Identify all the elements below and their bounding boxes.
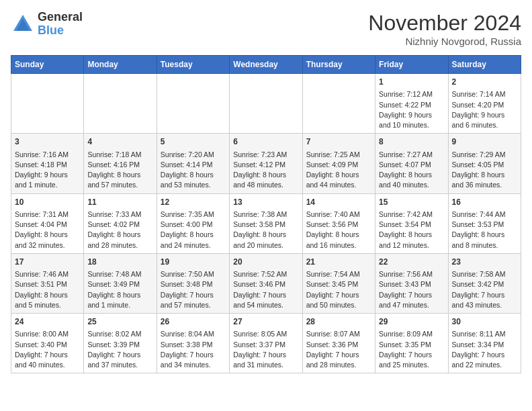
calendar-cell [11,74,84,134]
day-info: Sunrise: 8:00 AM [15,329,80,339]
day-info: Sunrise: 7:40 AM [306,210,371,220]
day-number: 29 [379,316,444,328]
day-info: Sunset: 3:40 PM [15,340,80,350]
calendar-cell: 22Sunrise: 7:56 AMSunset: 3:43 PMDayligh… [375,253,448,313]
day-info: Daylight: 8 hours and 32 minutes. [15,230,80,250]
calendar-cell: 18Sunrise: 7:48 AMSunset: 3:49 PMDayligh… [84,253,157,313]
day-info: Sunset: 4:07 PM [379,160,444,170]
day-number: 3 [15,136,80,148]
calendar-cell: 28Sunrise: 8:07 AMSunset: 3:36 PMDayligh… [302,314,375,373]
day-number: 24 [15,316,80,328]
day-info: Daylight: 8 hours and 48 minutes. [233,170,298,190]
calendar-cell [302,74,375,134]
day-info: Daylight: 8 hours and 20 minutes. [233,230,298,250]
day-info: Sunset: 4:09 PM [306,160,371,170]
day-info: Sunrise: 7:35 AM [161,210,226,220]
day-info: Daylight: 8 hours and 1 minute. [87,290,152,310]
day-info: Sunrise: 7:46 AM [15,269,80,279]
day-info: Sunset: 4:18 PM [15,160,80,170]
day-number: 30 [452,316,517,328]
day-info: Sunrise: 7:56 AM [379,269,444,279]
day-number: 6 [233,136,298,148]
day-number: 10 [15,197,80,208]
day-info: Sunset: 3:34 PM [452,340,517,350]
calendar-table: SundayMondayTuesdayWednesdayThursdayFrid… [11,55,521,373]
day-info: Sunset: 4:04 PM [15,220,80,230]
day-info: Daylight: 7 hours and 50 minutes. [306,290,371,310]
calendar-cell: 9Sunrise: 7:29 AMSunset: 4:05 PMDaylight… [448,134,521,193]
day-info: Sunrise: 7:33 AM [87,210,152,220]
day-header-wednesday: Wednesday [230,56,302,74]
day-info: Sunrise: 7:14 AM [452,89,517,99]
day-info: Sunrise: 8:02 AM [87,329,152,339]
calendar-cell [157,74,229,134]
day-info: Sunset: 3:58 PM [233,220,298,230]
calendar-cell: 16Sunrise: 7:44 AMSunset: 3:53 PMDayligh… [448,193,521,253]
day-info: Sunrise: 7:38 AM [233,210,298,220]
calendar-cell: 13Sunrise: 7:38 AMSunset: 3:58 PMDayligh… [230,193,302,253]
calendar-cell: 26Sunrise: 8:04 AMSunset: 3:38 PMDayligh… [157,314,229,373]
day-number: 13 [233,197,298,208]
day-header-saturday: Saturday [448,56,521,74]
calendar-cell: 20Sunrise: 7:52 AMSunset: 3:46 PMDayligh… [230,253,302,313]
day-info: Sunset: 3:43 PM [379,279,444,289]
logo-general-text: General [38,11,83,24]
day-info: Sunset: 3:36 PM [306,340,371,350]
day-info: Sunrise: 7:44 AM [452,210,517,220]
location: Nizhniy Novgorod, Russia [368,36,521,47]
calendar-body: 1Sunrise: 7:12 AMSunset: 4:22 PMDaylight… [11,74,521,373]
calendar-cell: 7Sunrise: 7:25 AMSunset: 4:09 PMDaylight… [302,134,375,193]
day-info: Sunrise: 8:04 AM [161,329,226,339]
calendar-cell: 2Sunrise: 7:14 AMSunset: 4:20 PMDaylight… [448,74,521,134]
day-info: Daylight: 8 hours and 44 minutes. [306,170,371,190]
day-header-sunday: Sunday [11,56,84,74]
calendar-cell [84,74,157,134]
day-header-row: SundayMondayTuesdayWednesdayThursdayFrid… [11,56,521,74]
day-number: 16 [452,197,517,208]
day-info: Sunset: 3:39 PM [87,340,152,350]
day-number: 14 [306,197,371,208]
day-info: Sunset: 3:54 PM [379,220,444,230]
day-info: Daylight: 8 hours and 16 minutes. [306,230,371,250]
day-number: 22 [379,257,444,268]
calendar-cell [230,74,302,134]
calendar-cell: 1Sunrise: 7:12 AMSunset: 4:22 PMDaylight… [375,74,448,134]
calendar-cell: 25Sunrise: 8:02 AMSunset: 3:39 PMDayligh… [84,314,157,373]
day-info: Daylight: 8 hours and 53 minutes. [161,170,226,190]
day-info: Daylight: 8 hours and 24 minutes. [161,230,226,250]
calendar-cell: 6Sunrise: 7:23 AMSunset: 4:12 PMDaylight… [230,134,302,193]
day-info: Sunset: 3:35 PM [379,340,444,350]
calendar-header: SundayMondayTuesdayWednesdayThursdayFrid… [11,56,521,74]
day-number: 15 [379,197,444,208]
day-number: 1 [379,77,444,88]
day-info: Sunset: 4:22 PM [379,100,444,110]
day-info: Daylight: 8 hours and 40 minutes. [379,170,444,190]
day-number: 17 [15,257,80,268]
day-number: 8 [379,136,444,148]
day-info: Daylight: 9 hours and 10 minutes. [379,110,444,130]
day-header-thursday: Thursday [302,56,375,74]
calendar-cell: 29Sunrise: 8:09 AMSunset: 3:35 PMDayligh… [375,314,448,373]
day-info: Daylight: 7 hours and 43 minutes. [452,290,517,310]
week-row-2: 3Sunrise: 7:16 AMSunset: 4:18 PMDaylight… [11,134,521,193]
week-row-3: 10Sunrise: 7:31 AMSunset: 4:04 PMDayligh… [11,193,521,253]
page-header: General Blue November 2024 Nizhniy Novgo… [11,11,521,47]
calendar-cell: 3Sunrise: 7:16 AMSunset: 4:18 PMDaylight… [11,134,84,193]
day-info: Sunrise: 8:05 AM [233,329,298,339]
day-info: Sunrise: 8:07 AM [306,329,371,339]
day-info: Sunset: 3:51 PM [15,279,80,289]
day-info: Sunrise: 7:42 AM [379,210,444,220]
day-number: 9 [452,136,517,148]
week-row-1: 1Sunrise: 7:12 AMSunset: 4:22 PMDaylight… [11,74,521,134]
day-number: 21 [306,257,371,268]
calendar-cell: 30Sunrise: 8:11 AMSunset: 3:34 PMDayligh… [448,314,521,373]
day-info: Daylight: 7 hours and 37 minutes. [87,350,152,370]
day-number: 26 [161,316,226,328]
day-info: Daylight: 7 hours and 31 minutes. [233,350,298,370]
day-header-monday: Monday [84,56,157,74]
day-number: 20 [233,257,298,268]
day-info: Sunset: 4:12 PM [233,160,298,170]
day-info: Sunset: 3:45 PM [306,279,371,289]
day-number: 19 [161,257,226,268]
day-number: 7 [306,136,371,148]
